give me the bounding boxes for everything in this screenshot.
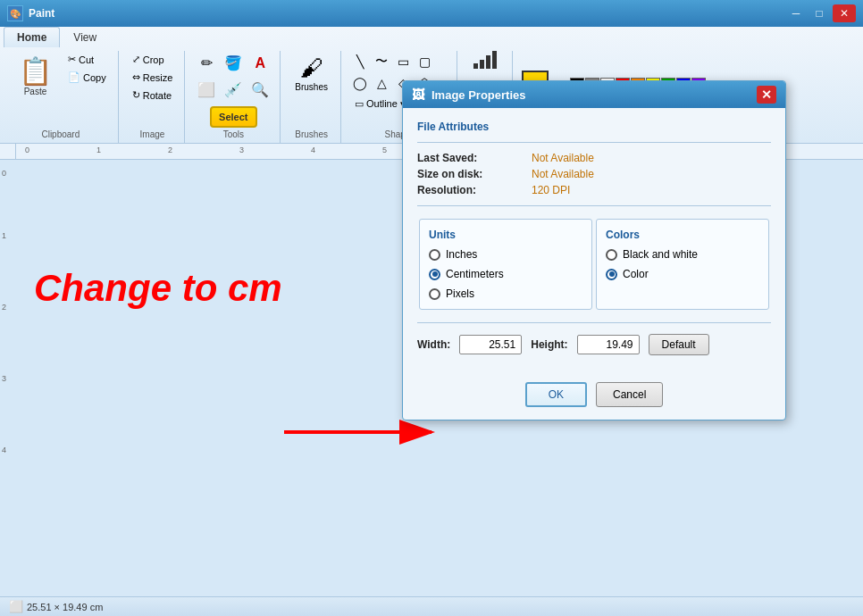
- tab-view[interactable]: View: [60, 27, 110, 47]
- size-bar-4: [492, 51, 497, 69]
- tab-home[interactable]: Home: [4, 27, 60, 47]
- ellipse-button[interactable]: ◯: [350, 73, 370, 93]
- radio-black-white[interactable]: Black and white: [606, 248, 759, 261]
- dialog-footer: OK Cancel: [403, 375, 785, 420]
- units-title: Units: [429, 229, 582, 241]
- last-saved-label: Last Saved:: [417, 152, 524, 164]
- crop-icon: ⤢: [132, 54, 140, 65]
- select-label: Select: [219, 112, 247, 122]
- height-label: Height:: [531, 338, 567, 351]
- units-colors-section: Units Inches Centimeters Pix: [417, 215, 771, 313]
- curve-button[interactable]: 〜: [372, 51, 391, 72]
- shapes-row1: ╲ 〜 ▭ ▢: [350, 51, 449, 72]
- radio-centimeters-label: Centimeters: [446, 268, 504, 280]
- ruler-mark-2: 2: [168, 146, 172, 154]
- size-on-disk-value: Not Available: [532, 168, 771, 180]
- eyedropper-button[interactable]: 💉: [221, 78, 246, 102]
- ok-button[interactable]: OK: [525, 382, 587, 407]
- radio-color[interactable]: Color: [606, 268, 759, 280]
- ribbon-tabs: Home View: [0, 27, 863, 47]
- app-close-button[interactable]: ✕: [833, 4, 856, 22]
- dialog-body: File Attributes Last Saved: Not Availabl…: [403, 108, 785, 375]
- clipboard-items: 📋 Paste ✂ Cut 📄 Copy: [11, 51, 111, 128]
- ruler-mark-5: 5: [382, 146, 387, 154]
- fill-button[interactable]: 🪣: [221, 51, 246, 75]
- crop-button[interactable]: ⤢ Crop: [128, 51, 178, 68]
- brushes-icon: 🖌: [300, 54, 323, 82]
- select-button[interactable]: Select: [210, 106, 256, 128]
- triangle-icon: △: [377, 76, 387, 90]
- paste-label: Paste: [24, 87, 47, 96]
- radio-centimeters[interactable]: Centimeters: [429, 268, 582, 280]
- radio-inches[interactable]: Inches: [429, 248, 582, 261]
- image-properties-dialog: 🖼 Image Properties ✕ File Attributes Las…: [402, 80, 786, 420]
- size-col: [473, 51, 497, 69]
- pencil-button[interactable]: ✏: [194, 51, 219, 75]
- group-brushes: 🖌 Brushes Brushes: [282, 51, 341, 143]
- app-icon: 🎨: [7, 5, 23, 21]
- vruler-2: 2: [2, 303, 6, 312]
- image-col: ⤢ Crop ⇔ Resize ↻ Rotate: [128, 51, 178, 104]
- line-icon: ╲: [356, 54, 364, 69]
- radio-color-label: Color: [623, 268, 649, 280]
- dialog-close-button[interactable]: ✕: [757, 86, 776, 104]
- resolution-label: Resolution:: [417, 184, 524, 196]
- resize-button[interactable]: ⇔ Resize: [128, 69, 178, 86]
- ruler-mark-4: 4: [311, 146, 315, 154]
- vruler-4: 4: [2, 445, 6, 454]
- text-button[interactable]: A: [247, 51, 272, 75]
- cut-icon: ✂: [68, 54, 76, 65]
- line-button[interactable]: ╲: [350, 51, 370, 72]
- radio-pixels[interactable]: Pixels: [429, 287, 582, 300]
- copy-button[interactable]: 📄 Copy: [63, 69, 111, 86]
- crop-label: Crop: [143, 54, 164, 65]
- rotate-button[interactable]: ↻ Rotate: [128, 87, 178, 104]
- tools-row2: ⬜ 💉 🔍: [194, 78, 272, 102]
- image-items: ⤢ Crop ⇔ Resize ↻ Rotate: [128, 51, 178, 128]
- magnifier-button[interactable]: 🔍: [247, 78, 272, 102]
- cut-button[interactable]: ✂ Cut: [63, 51, 111, 68]
- tools-row1: ✏ 🪣 A: [194, 51, 272, 75]
- brushes-items: 🖌 Brushes: [289, 51, 333, 128]
- group-image: ⤢ Crop ⇔ Resize ↻ Rotate Image: [121, 51, 186, 143]
- radio-inches-circle: [429, 249, 440, 261]
- tools-col: ✏ 🪣 A ⬜ 💉: [194, 51, 272, 128]
- cut-label: Cut: [79, 54, 94, 65]
- radio-centimeters-circle: [429, 269, 440, 280]
- maximize-button[interactable]: □: [808, 4, 831, 22]
- radio-color-circle: [606, 269, 617, 280]
- outline-icon: ▭: [355, 98, 364, 110]
- height-input[interactable]: [577, 335, 640, 354]
- radio-bw-label: Black and white: [623, 248, 698, 261]
- paste-button[interactable]: 📋 Paste: [11, 51, 60, 101]
- paste-icon: 📋: [19, 55, 52, 87]
- vruler-0: 0: [2, 169, 6, 178]
- eraser-button[interactable]: ⬜: [194, 78, 219, 102]
- cancel-button[interactable]: Cancel: [596, 382, 663, 407]
- outline-button[interactable]: ▭ Outline ▾: [350, 96, 410, 112]
- rotate-icon: ↻: [132, 89, 140, 101]
- resize-icon: ⇔: [132, 71, 140, 83]
- eraser-icon: ⬜: [197, 81, 215, 98]
- vruler-1: 1: [2, 231, 6, 240]
- ellipse-icon: ◯: [353, 76, 367, 90]
- size-on-disk-label: Size on disk:: [417, 168, 524, 180]
- title-bar: 🎨 Paint ─ □ ✕: [0, 0, 863, 27]
- minimize-button[interactable]: ─: [784, 4, 808, 22]
- app-title: Paint: [29, 7, 784, 20]
- default-button[interactable]: Default: [649, 334, 709, 355]
- separator-2: [417, 205, 771, 206]
- rotate-label: Rotate: [143, 90, 172, 101]
- rect-button[interactable]: ▭: [393, 51, 413, 72]
- triangle-button[interactable]: △: [372, 73, 391, 93]
- round-rect-button[interactable]: ▢: [415, 51, 434, 72]
- brushes-button[interactable]: 🖌 Brushes: [289, 51, 333, 96]
- fill-icon: 🪣: [224, 54, 242, 71]
- text-icon: A: [256, 55, 266, 71]
- curve-icon: 〜: [375, 54, 388, 70]
- width-input[interactable]: [459, 335, 522, 354]
- dialog-title-bar: 🖼 Image Properties ✕: [403, 81, 785, 108]
- radio-bw-circle: [606, 249, 617, 261]
- dialog-title-text: Image Properties: [432, 88, 757, 102]
- group-tools: ✏ 🪣 A ⬜ 💉: [187, 51, 281, 143]
